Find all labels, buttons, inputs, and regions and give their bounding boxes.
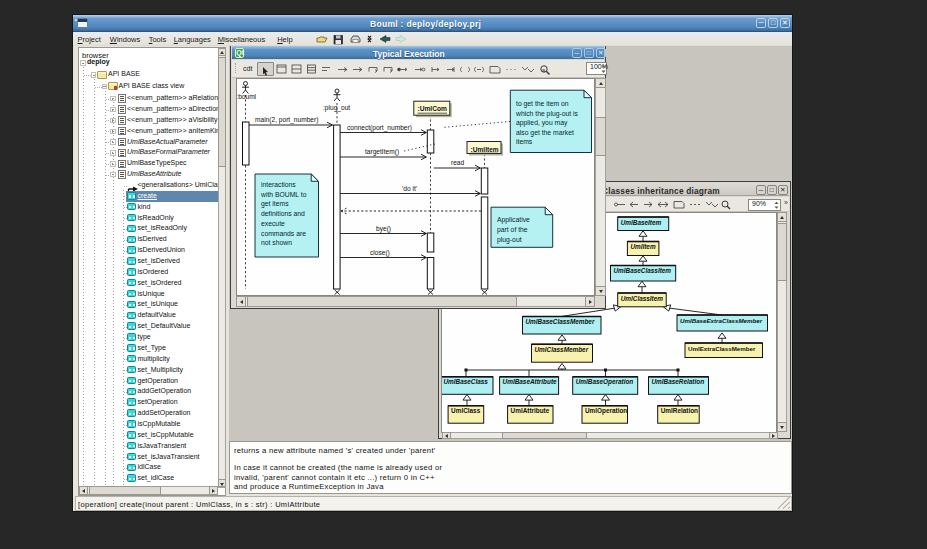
svg-text:applied, you may: applied, you may	[516, 119, 568, 127]
svg-text:get items: get items	[261, 200, 289, 208]
svg-text:UmlClassMember: UmlClassMember	[535, 346, 589, 353]
svg-text:which the plug-out is: which the plug-out is	[515, 110, 579, 118]
svg-text:UmlRelation: UmlRelation	[661, 407, 698, 414]
svg-text:to get the item on: to get the item on	[516, 100, 569, 108]
svg-text:UmlOperation: UmlOperation	[585, 407, 627, 415]
svg-text:UmlBaseOperation: UmlBaseOperation	[576, 378, 634, 386]
svg-text::UmlItem: :UmlItem	[471, 146, 499, 153]
svg-text:part of the: part of the	[497, 226, 528, 234]
svg-text:'do it': 'do it'	[402, 185, 417, 192]
svg-text:with BOUML to: with BOUML to	[260, 191, 307, 198]
svg-text:close(): close()	[370, 249, 390, 257]
svg-text:read: read	[451, 159, 465, 166]
svg-text:UmlBaseClass: UmlBaseClass	[444, 378, 489, 385]
svg-text:commands are: commands are	[261, 230, 306, 237]
svg-text:UmlItem: UmlItem	[630, 243, 656, 250]
svg-text:plug-out: plug-out	[497, 236, 522, 244]
svg-text:not shown: not shown	[261, 239, 292, 246]
svg-text:main(2, port_number): main(2, port_number)	[255, 116, 318, 124]
svg-text:UmlBaseAttribute: UmlBaseAttribute	[503, 378, 557, 385]
svg-text:UmlExtraClassMember: UmlExtraClassMember	[688, 345, 756, 352]
svg-text:UmlBaseExtraClassMember: UmlBaseExtraClassMember	[680, 317, 763, 324]
svg-text::plug_out: :plug_out	[323, 104, 350, 112]
svg-text:UmlBaseClassItem: UmlBaseClassItem	[614, 267, 672, 274]
svg-text:UmlBaseClassMember: UmlBaseClassMember	[526, 318, 595, 325]
svg-text:execute: execute	[261, 220, 285, 227]
svg-text:items: items	[516, 138, 533, 145]
svg-text::bouml: :bouml	[237, 93, 257, 100]
svg-text:Applicative: Applicative	[497, 216, 530, 224]
svg-text:UmlBaseItem: UmlBaseItem	[621, 219, 662, 226]
svg-text:UmlClass: UmlClass	[451, 407, 481, 414]
svg-text:UmlClassItem: UmlClassItem	[621, 295, 664, 302]
svg-text:UmlBaseRelation: UmlBaseRelation	[652, 378, 705, 385]
svg-text:also get the market: also get the market	[516, 129, 574, 137]
svg-text:definitions and: definitions and	[261, 210, 305, 217]
svg-text:connect(port_number): connect(port_number)	[347, 124, 412, 132]
svg-text:interactions: interactions	[261, 181, 296, 188]
svg-text:targetItem(): targetItem()	[365, 148, 399, 156]
svg-text:UmlAttribute: UmlAttribute	[511, 407, 550, 414]
svg-text::UmlCom: :UmlCom	[418, 105, 447, 112]
svg-text:bye(): bye()	[376, 225, 391, 233]
